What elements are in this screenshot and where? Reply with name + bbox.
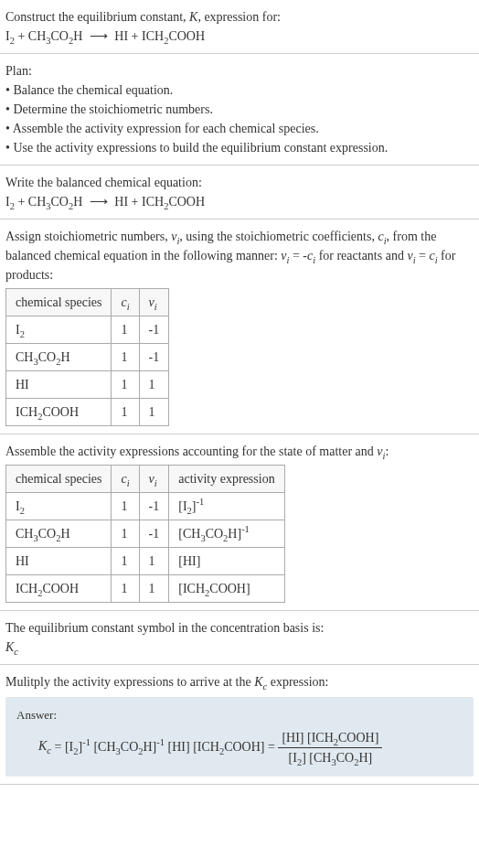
table-header-row: chemical species ci νi [6,289,169,316]
plan-item-text: Use the activity expressions to build th… [13,141,388,155]
problem-title: Construct the equilibrium constant, K, e… [5,7,474,27]
cell-c: 1 [112,399,139,426]
symbol-heading: The equilibrium constant symbol in the c… [5,618,474,638]
col-nu: νi [139,289,169,316]
col-c: ci [112,466,139,493]
fraction: [HI] [ICH2COOH] [I2] [CH3CO2H] [278,728,382,767]
fraction-numerator: [HI] [ICH2COOH] [278,728,382,748]
cell-species: CH3CO2H [6,344,112,371]
col-species: chemical species [6,289,112,316]
cell-expr: [ICH2COOH] [169,575,284,603]
stoich-section: Assign stoichiometric numbers, νi, using… [0,220,479,434]
activity-table: chemical species ci νi activity expressi… [5,465,285,603]
balanced-section: Write the balanced chemical equation: I2… [0,166,479,220]
table-row: I2 1 -1 [6,316,169,344]
cell-nu: 1 [139,399,169,426]
cell-nu: -1 [139,316,169,344]
symbol-value: Kc [5,638,474,657]
cell-species: ICH2COOH [6,575,112,603]
cell-c: 1 [112,316,139,344]
table-header-row: chemical species ci νi activity expressi… [6,466,285,493]
cell-nu: -1 [139,493,169,520]
plan-item: • Determine the stoichiometric numbers. [5,100,474,119]
cell-c: 1 [112,371,139,399]
balanced-heading: Write the balanced chemical equation: [5,173,474,192]
cell-nu: 1 [139,371,169,399]
cell-species: HI [6,548,112,575]
cell-nu: 1 [139,548,169,575]
plan-section: Plan: • Balance the chemical equation. •… [0,54,479,166]
table-row: ICH2COOH 1 1 [ICH2COOH] [6,575,285,603]
cell-c: 1 [112,520,139,548]
fraction-denominator: [I2] [CH3CO2H] [278,748,382,767]
table-row: CH3CO2H 1 -1 [6,344,169,371]
plan-item-text: Assemble the activity expression for eac… [13,122,319,135]
plan-heading: Plan: [5,61,474,80]
col-species: chemical species [6,466,112,493]
activity-section: Assemble the activity expressions accoun… [0,434,479,611]
plan-item: • Use the activity expressions to build … [5,138,474,157]
cell-expr: [HI] [169,548,284,575]
cell-species: I2 [6,493,112,520]
cell-species: ICH2COOH [6,399,112,426]
cell-c: 1 [112,344,139,371]
symbol-section: The equilibrium constant symbol in the c… [0,611,479,665]
plan-item: • Assemble the activity expression for e… [5,119,474,138]
table-row: HI 1 1 [HI] [6,548,285,575]
cell-species: HI [6,371,112,399]
col-expr: activity expression [169,466,284,493]
answer-box: Answer: Kc = [I2]-1 [CH3CO2H]-1 [HI] [IC… [5,697,474,777]
multiply-heading: Mulitply the activity expressions to arr… [5,672,474,691]
stoich-text: Assign stoichiometric numbers, νi, using… [5,227,474,284]
col-c: ci [112,289,139,316]
table-row: HI 1 1 [6,371,169,399]
stoich-table: chemical species ci νi I2 1 -1 CH3CO2H 1… [5,288,169,426]
cell-expr: [I2]-1 [169,493,284,520]
table-row: I2 1 -1 [I2]-1 [6,493,285,520]
multiply-section: Mulitply the activity expressions to arr… [0,665,479,785]
table-row: CH3CO2H 1 -1 [CH3CO2H]-1 [6,520,285,548]
answer-formula: Kc = [I2]-1 [CH3CO2H]-1 [HI] [ICH2COOH] … [16,728,463,767]
cell-expr: [CH3CO2H]-1 [169,520,284,548]
plan-item-text: Balance the chemical equation. [13,83,173,97]
activity-heading: Assemble the activity expressions accoun… [5,442,474,461]
col-nu: νi [139,466,169,493]
problem-equation: I2 + CH3CO2H ⟶ HI + ICH2COOH [5,27,474,46]
cell-nu: 1 [139,575,169,603]
table-row: ICH2COOH 1 1 [6,399,169,426]
cell-nu: -1 [139,520,169,548]
cell-species: CH3CO2H [6,520,112,548]
problem-statement: Construct the equilibrium constant, K, e… [0,0,479,54]
cell-c: 1 [112,575,139,603]
plan-item: • Balance the chemical equation. [5,80,474,100]
balanced-equation: I2 + CH3CO2H ⟶ HI + ICH2COOH [5,192,474,211]
cell-species: I2 [6,316,112,344]
cell-c: 1 [112,493,139,520]
cell-nu: -1 [139,344,169,371]
plan-item-text: Determine the stoichiometric numbers. [13,102,213,116]
answer-label: Answer: [16,706,463,724]
cell-c: 1 [112,548,139,575]
